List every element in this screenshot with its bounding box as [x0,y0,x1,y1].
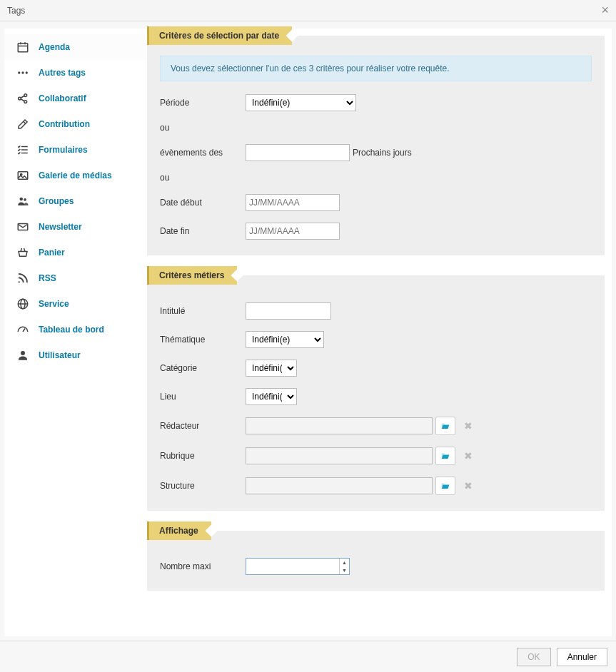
structure-clear-button[interactable]: ✖ [458,477,478,495]
section-panel: Intitulé Thématique Indéfini(e) Catégori… [147,275,605,511]
svg-line-25 [23,329,25,332]
dialog-title: Tags [7,6,25,16]
sidebar-item-autres-tags[interactable]: Autres tags [4,60,147,86]
rubrique-clear-button[interactable]: ✖ [458,447,478,465]
svg-rect-0 [18,44,28,52]
content: Critères de sélection par date Vous deve… [147,29,612,636]
intitule-input[interactable] [246,302,331,320]
svg-point-6 [26,71,28,73]
events-suffix: Prochains jours [353,148,412,158]
ok-button[interactable]: OK [517,648,550,666]
intitule-label: Intitulé [160,306,246,316]
dialog-body: Agenda Autres tags Collaboratif Contribu… [4,29,612,636]
events-label: évènements des [160,148,246,158]
calendar-icon [16,40,30,54]
rubrique-browse-button[interactable] [435,447,455,465]
svg-line-11 [21,99,24,101]
structure-browse-button[interactable] [435,477,455,495]
sidebar-item-tableau[interactable]: Tableau de bord [4,317,147,342]
checklist-icon [16,143,30,157]
date-end-input[interactable] [246,223,340,240]
sidebar-item-utilisateur[interactable]: Utilisateur [4,342,147,368]
sidebar-item-label: Galerie de médias [39,170,112,180]
period-select[interactable]: Indéfini(e) [246,94,356,111]
lieu-label: Lieu [160,392,246,402]
sidebar-item-galerie[interactable]: Galerie de médias [4,163,147,188]
user-icon [16,348,30,362]
sidebar: Agenda Autres tags Collaboratif Contribu… [4,29,147,636]
date-end-label: Date fin [160,226,246,236]
section-title: Critères métiers [147,266,237,285]
sidebar-item-contribution[interactable]: Contribution [4,111,147,137]
svg-point-5 [21,71,24,73]
sidebar-item-rss[interactable]: RSS [4,265,147,291]
section-title: Critères de sélection par date [147,26,292,45]
sidebar-item-label: Agenda [39,42,70,52]
categorie-label: Catégorie [160,363,246,373]
sidebar-item-panier[interactable]: Panier [4,240,147,265]
structure-label: Structure [160,481,246,491]
separator-or-2: ou [160,173,592,183]
svg-point-19 [24,198,26,201]
sidebar-item-label: Contribution [39,119,90,129]
rubrique-input[interactable] [246,447,433,464]
categorie-select[interactable]: Indéfini(e) [246,360,297,377]
dots-icon [16,66,30,80]
svg-point-4 [18,71,20,73]
lieu-select[interactable]: Indéfini(e) [246,388,297,405]
redacteur-clear-button[interactable]: ✖ [458,417,478,435]
basket-icon [16,245,30,260]
thematique-select[interactable]: Indéfini(e) [246,331,324,348]
sidebar-item-collaboratif[interactable]: Collaboratif [4,86,147,111]
nombre-maxi-input[interactable] [246,558,350,575]
sidebar-item-label: Autres tags [39,68,86,78]
section-panel: Vous devez sélectionner l'un de ces 3 cr… [147,36,605,255]
gauge-icon [16,322,30,337]
sidebar-item-label: RSS [39,273,56,283]
thematique-label: Thématique [160,335,246,345]
sidebar-item-groupes[interactable]: Groupes [4,188,147,214]
envelope-icon [16,220,30,234]
close-icon[interactable]: × [601,3,609,18]
section-panel: Nombre maxi ▲▼ [147,531,605,591]
sidebar-item-newsletter[interactable]: Newsletter [4,214,147,240]
gallery-icon [16,168,30,183]
svg-point-18 [20,198,24,201]
sidebar-item-label: Utilisateur [39,350,81,360]
globe-icon [16,297,30,311]
section-affichage: Affichage Nombre maxi ▲▼ [147,531,605,591]
sidebar-item-label: Newsletter [39,222,82,232]
date-start-label: Date début [160,198,246,208]
svg-point-21 [19,281,20,282]
sidebar-item-label: Groupes [39,196,74,206]
section-title: Affichage [147,521,211,540]
dialog-header: Tags × [0,0,616,21]
cancel-button[interactable]: Annuler [557,648,607,666]
section-criteres-date: Critères de sélection par date Vous deve… [147,36,605,255]
redacteur-browse-button[interactable] [435,417,455,435]
tags-dialog: Tags × Agenda Autres tags Collabora [0,0,616,672]
sidebar-item-agenda[interactable]: Agenda [4,34,147,60]
sidebar-item-formulaires[interactable]: Formulaires [4,137,147,163]
rss-icon [16,271,30,285]
redacteur-label: Rédacteur [160,421,246,431]
dialog-footer: OK Annuler [0,641,616,672]
events-input[interactable] [246,144,350,161]
sidebar-item-label: Collaboratif [39,93,86,103]
number-spinner[interactable]: ▲▼ [339,559,349,574]
sidebar-item-label: Formulaires [39,145,88,155]
sidebar-item-label: Tableau de bord [39,325,104,335]
info-message: Vous devez sélectionner l'un de ces 3 cr… [160,56,592,81]
redacteur-input[interactable] [246,417,433,434]
rubrique-label: Rubrique [160,451,246,461]
structure-input[interactable] [246,477,433,494]
share-icon [16,91,30,106]
sidebar-item-service[interactable]: Service [4,291,147,317]
period-label: Période [160,98,246,108]
section-criteres-metiers: Critères métiers Intitulé Thématique Ind… [147,275,605,511]
date-start-input[interactable] [246,194,340,211]
svg-line-12 [24,121,26,123]
group-icon [16,194,30,208]
sidebar-item-label: Panier [39,248,65,258]
svg-point-26 [21,351,25,355]
